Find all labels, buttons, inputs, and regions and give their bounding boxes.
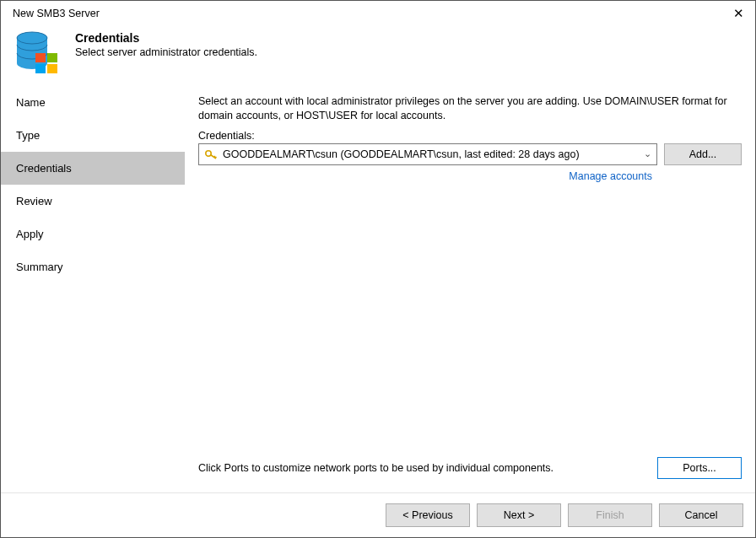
window-title: New SMB3 Server bbox=[13, 8, 100, 19]
nav-item-label: Type bbox=[16, 129, 40, 142]
nav-item-name[interactable]: Name bbox=[1, 86, 185, 119]
wizard-nav: Name Type Credentials Review Apply Summa… bbox=[1, 86, 185, 492]
wizard-footer: < Previous Next > Finish Cancel bbox=[1, 492, 755, 537]
wizard-body: Name Type Credentials Review Apply Summa… bbox=[1, 85, 755, 492]
svg-rect-6 bbox=[35, 64, 46, 73]
nav-item-label: Name bbox=[16, 96, 46, 109]
add-button-label: Add... bbox=[689, 148, 717, 160]
svg-rect-7 bbox=[47, 64, 57, 73]
finish-button: Finish bbox=[568, 503, 652, 527]
chevron-down-icon: ⌄ bbox=[644, 148, 651, 159]
cancel-button-label: Cancel bbox=[685, 509, 718, 521]
wizard-step-title: Credentials bbox=[75, 31, 257, 45]
instructions-text: Select an account with local administrat… bbox=[198, 94, 742, 123]
ports-text: Click Ports to customize network ports t… bbox=[198, 462, 554, 474]
nav-item-label: Review bbox=[16, 195, 52, 207]
nav-item-review[interactable]: Review bbox=[1, 185, 185, 218]
close-icon[interactable]: ✕ bbox=[730, 6, 747, 21]
nav-item-label: Credentials bbox=[16, 162, 72, 175]
credentials-row: GOODDEALMART\csun (GOODDEALMART\csun, la… bbox=[198, 143, 742, 165]
credentials-value: GOODDEALMART\csun (GOODDEALMART\csun, la… bbox=[223, 148, 639, 160]
nav-item-credentials[interactable]: Credentials bbox=[1, 152, 185, 185]
titlebar: New SMB3 Server ✕ bbox=[1, 1, 755, 24]
svg-rect-5 bbox=[47, 53, 57, 62]
wizard-window: New SMB3 Server ✕ Credentials Select ser bbox=[0, 0, 756, 538]
previous-button-label: < Previous bbox=[402, 509, 452, 521]
credentials-dropdown[interactable]: GOODDEALMART\csun (GOODDEALMART\csun, la… bbox=[198, 143, 657, 165]
finish-button-label: Finish bbox=[596, 509, 624, 521]
previous-button[interactable]: < Previous bbox=[386, 503, 470, 527]
next-button[interactable]: Next > bbox=[477, 503, 561, 527]
cancel-button[interactable]: Cancel bbox=[659, 503, 743, 527]
nav-item-summary[interactable]: Summary bbox=[1, 250, 185, 283]
nav-item-apply[interactable]: Apply bbox=[1, 218, 185, 250]
wizard-header-text: Credentials Select server administrator … bbox=[75, 28, 257, 58]
key-icon bbox=[204, 148, 218, 161]
add-button[interactable]: Add... bbox=[664, 143, 742, 165]
svg-rect-4 bbox=[35, 53, 46, 62]
nav-item-type[interactable]: Type bbox=[1, 119, 185, 152]
wizard-header: Credentials Select server administrator … bbox=[1, 24, 755, 85]
ports-button[interactable]: Ports... bbox=[657, 457, 742, 479]
nav-item-label: Summary bbox=[16, 261, 63, 273]
ports-button-label: Ports... bbox=[683, 462, 716, 474]
nav-item-label: Apply bbox=[16, 228, 44, 240]
wizard-step-subtitle: Select server administrator credentials. bbox=[75, 46, 257, 58]
ports-row: Click Ports to customize network ports t… bbox=[198, 457, 742, 484]
manage-accounts-link[interactable]: Manage accounts bbox=[569, 170, 652, 182]
manage-accounts-row: Manage accounts bbox=[198, 170, 742, 182]
next-button-label: Next > bbox=[504, 509, 534, 521]
server-database-icon bbox=[13, 28, 62, 77]
wizard-main: Select an account with local administrat… bbox=[185, 86, 755, 492]
credentials-label: Credentials: bbox=[198, 130, 742, 142]
